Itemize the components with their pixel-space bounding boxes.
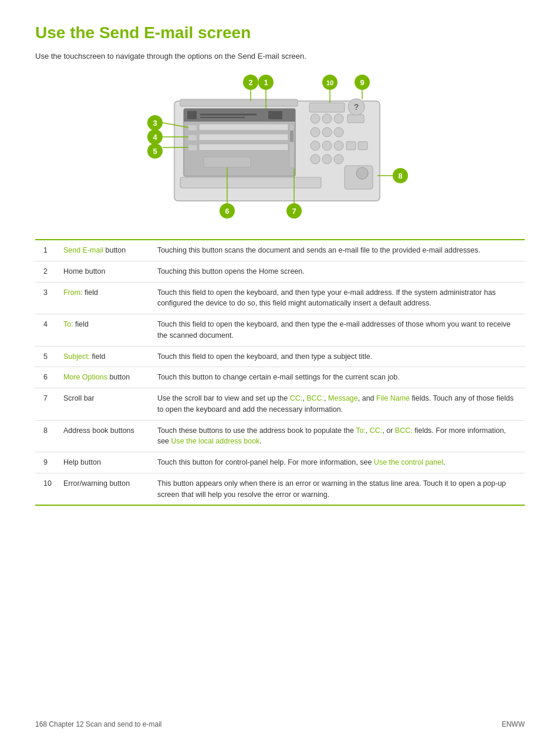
row-number: 10 [35, 473, 58, 505]
link-message[interactable]: Message [328, 394, 358, 402]
link-cc2[interactable]: CC: [370, 426, 383, 435]
svg-point-28 [334, 141, 343, 150]
table-row: 4 To: field Touch this field to open the… [35, 314, 525, 347]
svg-point-23 [311, 127, 320, 137]
page-footer: 168 Chapter 12 Scan and send to e-mail E… [0, 720, 560, 728]
svg-point-32 [322, 154, 332, 164]
svg-rect-2 [180, 99, 298, 106]
row-description: Touch this field to open the keyboard, a… [151, 282, 525, 314]
svg-rect-30 [358, 142, 367, 150]
row-number: 6 [35, 367, 58, 388]
link-local-address-book[interactable]: Use the local address book [171, 437, 260, 445]
svg-rect-12 [188, 135, 197, 140]
link-filename[interactable]: File Name [376, 394, 410, 402]
svg-rect-1 [180, 177, 321, 188]
link-bcc2[interactable]: BCC: [395, 426, 413, 435]
svg-point-19 [311, 114, 320, 123]
svg-rect-22 [348, 115, 364, 123]
svg-text:4: 4 [153, 133, 157, 142]
svg-point-21 [334, 114, 343, 123]
colored-name: From: [63, 288, 83, 297]
row-name: From: field [58, 282, 151, 314]
row-number: 4 [35, 314, 58, 347]
svg-text:3: 3 [153, 119, 157, 127]
table-row: 10 Error/warning button This button appe… [35, 473, 525, 505]
link-bcc[interactable]: BCC: [306, 394, 324, 402]
row-name: More Options button [58, 367, 151, 388]
device-diagram: ? 1 2 3 4 5 6 7 8 [127, 75, 433, 221]
svg-text:5: 5 [153, 147, 157, 156]
svg-rect-10 [188, 125, 197, 130]
svg-text:2: 2 [248, 78, 252, 87]
row-number: 3 [35, 282, 58, 314]
link-control-panel[interactable]: Use the control panel [374, 458, 443, 466]
svg-rect-15 [199, 144, 288, 150]
reference-table: 1 Send E-mail button Touching this butto… [35, 239, 525, 506]
svg-point-26 [311, 141, 320, 150]
row-number: 5 [35, 346, 58, 367]
row-name: Address book buttons [58, 420, 151, 452]
colored-name: Subject: [63, 352, 90, 361]
link-cc[interactable]: CC: [290, 394, 303, 402]
table-row: 2 Home button Touching this button opens… [35, 261, 525, 282]
row-name: Home button [58, 261, 151, 282]
footer-left: 168 Chapter 12 Scan and send to e-mail [35, 720, 161, 728]
svg-rect-38 [309, 103, 345, 112]
row-name: Scroll bar [58, 388, 151, 421]
row-name: Send E-mail button [58, 240, 151, 261]
svg-text:1: 1 [264, 78, 268, 87]
row-description: This button appears only when there is a… [151, 473, 525, 505]
link-to[interactable]: To: [356, 426, 366, 435]
row-description: Touch these buttons to use the address b… [151, 420, 525, 452]
intro-text: Use the touchscreen to navigate through … [35, 52, 525, 61]
row-description: Touch this button for control-panel help… [151, 452, 525, 473]
svg-text:10: 10 [326, 79, 333, 86]
svg-rect-18 [290, 130, 294, 142]
svg-point-20 [322, 114, 332, 123]
table-row: 6 More Options button Touch this button … [35, 367, 525, 388]
svg-rect-13 [199, 134, 288, 140]
page-title: Use the Send E-mail screen [35, 23, 525, 42]
svg-rect-14 [188, 145, 197, 150]
row-description: Touch this button to change certain e-ma… [151, 367, 525, 388]
footer-right: ENWW [502, 720, 525, 728]
svg-rect-9 [268, 111, 282, 119]
colored-name: To: [63, 320, 73, 328]
diagram-container: ? 1 2 3 4 5 6 7 8 [35, 75, 525, 221]
svg-point-33 [334, 154, 343, 164]
row-description: Use the scroll bar to view and set up th… [151, 388, 525, 421]
svg-rect-29 [346, 142, 356, 150]
row-name: Error/warning button [58, 473, 151, 505]
svg-text:6: 6 [225, 207, 229, 216]
svg-text:?: ? [354, 102, 359, 112]
svg-point-25 [334, 127, 343, 137]
svg-text:9: 9 [360, 78, 364, 87]
row-name: To: field [58, 314, 151, 347]
table-row: 5 Subject: field Touch this field to ope… [35, 346, 525, 367]
row-number: 9 [35, 452, 58, 473]
row-number: 1 [35, 240, 58, 261]
table-row: 9 Help button Touch this button for cont… [35, 452, 525, 473]
row-name: Subject: field [58, 346, 151, 367]
row-description: Touching this button scans the document … [151, 240, 525, 261]
table-row: 3 From: field Touch this field to open t… [35, 282, 525, 314]
svg-point-35 [356, 167, 368, 179]
svg-rect-16 [204, 157, 251, 167]
row-description: Touching this button opens the Home scre… [151, 261, 525, 282]
table-row: 7 Scroll bar Use the scroll bar to view … [35, 388, 525, 421]
svg-rect-11 [199, 124, 288, 130]
row-number: 2 [35, 261, 58, 282]
row-name: Help button [58, 452, 151, 473]
colored-name: Send E-mail [63, 246, 103, 254]
row-number: 8 [35, 420, 58, 452]
table-row: 8 Address book buttons Touch these butto… [35, 420, 525, 452]
svg-text:8: 8 [398, 172, 402, 180]
svg-point-27 [322, 141, 332, 150]
svg-point-24 [322, 127, 332, 137]
svg-point-31 [311, 154, 320, 164]
row-description: Touch this field to open the keyboard, a… [151, 314, 525, 347]
row-description: Touch this field to open the keyboard, a… [151, 346, 525, 367]
svg-rect-6 [187, 111, 197, 119]
row-number: 7 [35, 388, 58, 421]
table-row: 1 Send E-mail button Touching this butto… [35, 240, 525, 261]
